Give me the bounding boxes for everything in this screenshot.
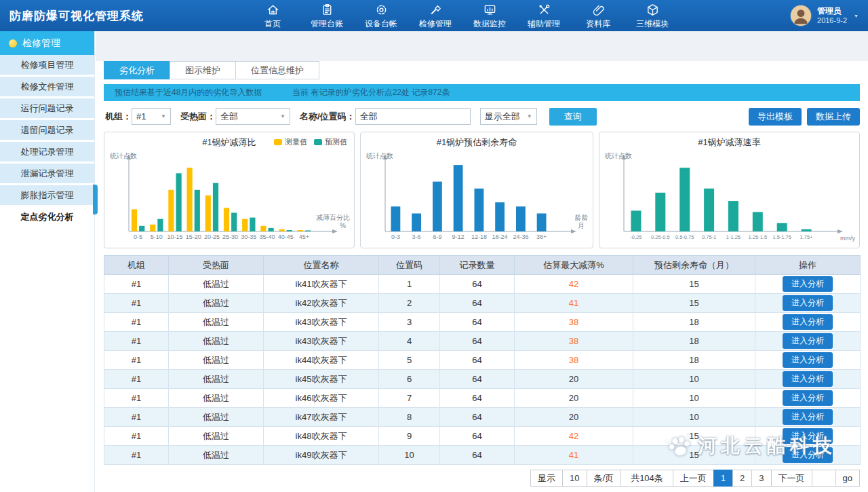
search-button[interactable]: 查询	[549, 108, 597, 126]
nav-item-equipment[interactable]: 设备台帐	[354, 1, 408, 30]
svg-text:统计点数: 统计点数	[605, 152, 632, 159]
name-code-input[interactable]	[355, 108, 471, 125]
column-header: 估算最大减薄%	[515, 256, 633, 275]
location-cell: ik43吹灰器下	[264, 313, 379, 332]
app-title: 防磨防爆可视化管理系统	[0, 8, 144, 24]
export-template-button[interactable]: 导出模板	[749, 108, 802, 126]
cube-icon	[646, 3, 660, 17]
display-select[interactable]: 显示全部 ▼	[480, 108, 537, 125]
prev-page-button[interactable]: 上一页	[673, 470, 714, 487]
sidebar-item-file-mgmt[interactable]: 检修文件管理	[0, 77, 94, 96]
life-cell: 15	[633, 446, 755, 465]
nav-item-ledger[interactable]: 管理台账	[300, 1, 354, 30]
repair-hammer-icon	[429, 3, 443, 17]
page-size-value[interactable]: 10	[562, 470, 587, 487]
surface-filter-label: 受热面：	[180, 111, 216, 123]
sidebar-collapse-handle[interactable]	[93, 185, 98, 214]
svg-text:15-20: 15-20	[186, 233, 201, 240]
unit-cell: #1	[104, 275, 169, 294]
chevron-down-icon: ▼	[280, 113, 285, 119]
enter-analysis-button[interactable]: 进入分析	[783, 447, 833, 463]
unit-select[interactable]: #1 ▼	[132, 108, 171, 125]
tab-bar: 劣化分析 图示维护 位置信息维护	[104, 61, 319, 79]
chart-legend: 测量值预测值	[274, 137, 347, 147]
tab-location-info[interactable]: 位置信息维护	[235, 61, 319, 79]
enter-analysis-button[interactable]: 进入分析	[783, 314, 833, 330]
location-cell: ik47吹灰器下	[264, 408, 379, 427]
nav-item-library[interactable]: 资料库	[571, 1, 625, 30]
enter-analysis-button[interactable]: 进入分析	[783, 371, 833, 387]
table-row: #1低温过ik47吹灰器下8642010进入分析	[104, 408, 861, 427]
sidebar-item-expansion-indicator[interactable]: 膨胀指示管理	[0, 185, 94, 205]
nav-item-label: 辅助管理	[528, 18, 560, 30]
table-row: #1低温过ik45吹灰器下6642010进入分析	[104, 370, 861, 389]
user-name: 管理员	[817, 6, 847, 16]
sidebar-item-run-issues[interactable]: 运行问题记录	[0, 98, 94, 118]
nav-item-monitor[interactable]: 数据监控	[462, 1, 517, 30]
location-cell: ik44吹灰器下	[264, 351, 379, 370]
enter-analysis-button[interactable]: 进入分析	[783, 409, 833, 425]
column-header: 预估剩余寿命（月）	[633, 256, 755, 275]
records-cell: 64	[440, 408, 515, 427]
sidebar-item-handling-records[interactable]: 处理记录管理	[0, 142, 94, 162]
thinning-ratio-chart: 统计点数减薄百分比%0-55-1010-1515-2020-2525-3030-…	[108, 150, 351, 249]
svg-text:18-24: 18-24	[492, 233, 508, 240]
page-button-1[interactable]: 1	[713, 470, 733, 487]
surface-cell: 低温过	[169, 446, 264, 465]
sidebar-item-leak-records[interactable]: 泄漏记录管理	[0, 164, 94, 183]
sidebar-item-legacy-issues[interactable]: 遗留问题记录	[0, 120, 94, 140]
unit-cell: #1	[104, 427, 169, 446]
code-cell: 9	[379, 427, 440, 446]
enter-analysis-button[interactable]: 进入分析	[783, 428, 833, 444]
surface-select[interactable]: 全部 ▼	[216, 108, 290, 125]
chart-panel-thinning-ratio: #1锅炉减薄比 测量值预测值 统计点数减薄百分比%0-55-1010-1515-…	[104, 132, 355, 248]
enter-analysis-button[interactable]: 进入分析	[783, 276, 833, 292]
column-header: 记录数量	[440, 256, 515, 275]
svg-text:0-5: 0-5	[134, 233, 142, 240]
nav-item-label: 管理台账	[311, 18, 343, 30]
action-cell: 进入分析	[755, 389, 861, 408]
sidebar-module-header[interactable]: 检修管理	[0, 31, 94, 55]
ledger-icon	[320, 3, 334, 17]
goto-page-input[interactable]	[812, 470, 836, 487]
chevron-down-icon: ▼	[527, 113, 532, 119]
page-button-3[interactable]: 3	[751, 470, 771, 487]
goto-button[interactable]: go	[835, 470, 860, 487]
data-upload-button[interactable]: 数据上传	[807, 108, 860, 126]
next-page-button[interactable]: 下一页	[771, 470, 812, 487]
enter-analysis-button[interactable]: 进入分析	[783, 295, 833, 311]
location-cell: ik46吹灰器下	[264, 389, 379, 408]
user-info[interactable]: 管理员 2016-9-2 ▼	[790, 5, 859, 26]
tab-degradation-analysis[interactable]: 劣化分析	[104, 61, 170, 79]
svg-text:6-9: 6-9	[433, 233, 441, 240]
life-cell: 15	[633, 427, 755, 446]
thinning-cell: 38	[515, 332, 633, 351]
sidebar-item-project-mgmt[interactable]: 检修项目管理	[0, 55, 94, 75]
life-cell: 10	[633, 389, 755, 408]
nav-item-aux[interactable]: 辅助管理	[517, 1, 571, 30]
sidebar-item-spot-degradation[interactable]: 定点劣化分析	[0, 207, 94, 227]
enter-analysis-button[interactable]: 进入分析	[783, 352, 833, 368]
page-button-2[interactable]: 2	[732, 470, 752, 487]
life-cell: 15	[633, 275, 755, 294]
enter-analysis-button[interactable]: 进入分析	[783, 333, 833, 349]
records-cell: 64	[440, 370, 515, 389]
location-cell: ik42吹灰器下	[264, 294, 379, 313]
unit-cell: #1	[104, 389, 169, 408]
nav-item-repair[interactable]: 检修管理	[408, 1, 462, 30]
svg-text:0.25-0.5: 0.25-0.5	[651, 234, 670, 240]
tab-diagram-maintenance[interactable]: 图示维护	[170, 61, 236, 79]
nav-item-3d[interactable]: 三维模块	[625, 1, 679, 30]
column-header: 受热面	[169, 256, 264, 275]
surface-cell: 低温过	[169, 389, 264, 408]
table-row: #1低温过ik44吹灰器下5643818进入分析	[104, 351, 861, 370]
table-header-row: 机组受热面位置名称位置码记录数量估算最大减薄%预估剩余寿命（月）操作	[104, 256, 861, 275]
table-row: #1低温过ik41吹灰器下1644215进入分析	[104, 275, 861, 294]
nav-item-home[interactable]: 首页	[245, 1, 300, 30]
action-cell: 进入分析	[755, 275, 861, 294]
svg-text:0.5-0.75: 0.5-0.75	[675, 234, 694, 240]
user-date: 2016-9-2	[817, 16, 847, 26]
enter-analysis-button[interactable]: 进入分析	[783, 390, 833, 406]
svg-text:减薄百分比: 减薄百分比	[316, 214, 350, 221]
remaining-life-chart: 统计点数龄龄月0-33-66-99-1212-1818-2424-3636+	[365, 150, 590, 249]
